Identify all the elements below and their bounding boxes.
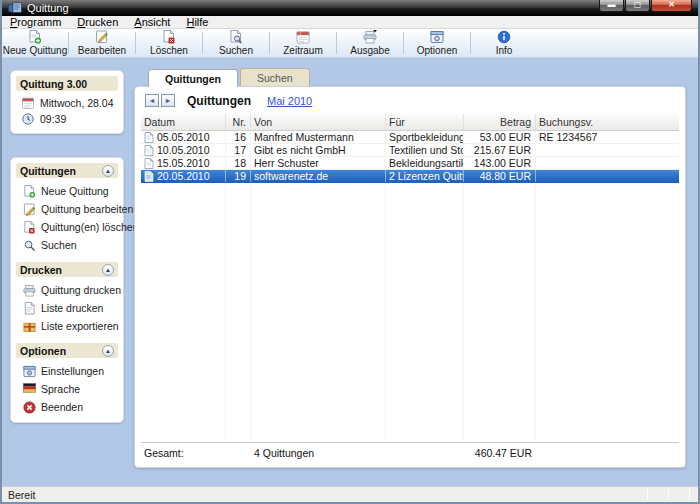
cell-buchungsv (536, 144, 679, 156)
sidebar-nav-card: Quittungen ▲ Neue Quittung Quittung bear… (10, 157, 124, 423)
cell-datum: 10.05.2010 (157, 144, 210, 156)
previous-month-button[interactable]: ◄ (145, 94, 159, 107)
toolbar-button-label: Optionen (417, 45, 458, 56)
date-row: Mittwoch, 28.04 (14, 95, 120, 111)
export-icon (23, 320, 36, 333)
calendar-icon: 1 (296, 30, 310, 44)
document-icon (23, 302, 36, 315)
tab-label: Suchen (257, 72, 293, 84)
sidebar-item-label: Einstellungen (41, 365, 104, 377)
menu-ansicht[interactable]: Ansicht (134, 16, 170, 28)
app-version-label: Quittung 3.00 (20, 78, 114, 90)
sidebar-item-quittung-drucken[interactable]: Quittung drucken (14, 281, 120, 299)
sidebar-item-label: Liste exportieren (41, 320, 119, 332)
cell-von: softwarenetz.de (251, 170, 386, 182)
cell-fuer: Textilien und Stoffe (386, 144, 464, 156)
column-header-buchungsv[interactable]: Buchungsv. (536, 114, 679, 130)
sidebar-item-quittung-loeschen[interactable]: Quittung(en) löschen (14, 218, 120, 236)
calendar-icon (22, 97, 35, 110)
sidebar-item-label: Beenden (41, 401, 83, 413)
sidebar-item-suchen[interactable]: Suchen (14, 236, 120, 254)
sidebar-item-liste-exportieren[interactable]: Liste exportieren (14, 317, 120, 335)
close-button[interactable]: ✕ (651, 0, 692, 12)
collapse-icon[interactable]: ▲ (102, 345, 114, 357)
sidebar-item-sprache[interactable]: Sprache (14, 380, 120, 398)
tab-suchen[interactable]: Suchen (240, 68, 310, 86)
column-header-datum[interactable]: Datum (141, 114, 226, 130)
collapse-icon[interactable]: ▲ (102, 165, 114, 177)
maximize-button[interactable]: ▢ (625, 0, 650, 12)
toolbar-options-button[interactable]: Optionen (404, 29, 470, 57)
new-receipt-icon (23, 185, 36, 198)
cell-nr: 18 (226, 157, 251, 169)
app-icon (8, 2, 22, 14)
edit-icon (23, 203, 36, 216)
toolbar-delete-button[interactable]: Löschen (136, 29, 202, 57)
menu-drucken[interactable]: Drucken (77, 16, 118, 28)
toolbar-edit-button[interactable]: Bearbeiten (69, 29, 135, 57)
time-row: 09:39 (14, 111, 120, 127)
toolbar-button-label: Löschen (150, 45, 188, 56)
toolbar-output-button[interactable]: Ausgabe (337, 29, 403, 57)
cell-buchungsv (536, 170, 679, 182)
table-empty-area (141, 183, 679, 442)
toolbar-search-button[interactable]: Suchen (203, 29, 269, 57)
menu-hilfe[interactable]: Hilfe (186, 16, 208, 28)
group-header-drucken: Drucken ▲ (16, 262, 118, 277)
receipt-icon (144, 158, 154, 169)
edit-icon (95, 30, 109, 44)
menu-programm[interactable]: Programm (10, 16, 61, 28)
cell-buchungsv (536, 157, 679, 169)
sidebar-item-liste-drucken[interactable]: Liste drucken (14, 299, 120, 317)
cell-nr: 19 (226, 170, 251, 182)
cell-betrag: 53.00 EUR (464, 131, 536, 143)
table-row[interactable]: 05.05.2010 16 Manfred Mustermann Sportbe… (141, 131, 679, 144)
receipt-icon (144, 132, 154, 143)
cell-betrag: 215.67 EUR (464, 144, 536, 156)
table-row[interactable]: 10.05.2010 17 Gibt es nicht GmbH Textili… (141, 144, 679, 157)
status-text: Bereit (8, 489, 35, 501)
total-amount: 460.47 EUR (464, 447, 536, 459)
sidebar-item-quittung-bearbeiten[interactable]: Quittung bearbeiten (14, 200, 120, 218)
table-row[interactable]: 15.05.2010 18 Herr Schuster Bekleidungsa… (141, 157, 679, 170)
group-title: Optionen (20, 345, 102, 357)
tab-quittungen[interactable]: Quittungen (148, 69, 238, 87)
sidebar-item-label: Liste drucken (41, 302, 103, 314)
minimize-button[interactable]: ▬ (599, 0, 624, 12)
cell-fuer: Bekleidungsartikel (386, 157, 464, 169)
collapse-icon[interactable]: ▲ (102, 264, 114, 276)
column-header-von[interactable]: Von (251, 114, 386, 130)
cell-datum: 05.05.2010 (157, 131, 210, 143)
toolbar-new-receipt-button[interactable]: Neue Quittung (2, 29, 68, 57)
next-month-button[interactable]: ► (161, 94, 175, 107)
column-header-betrag[interactable]: Betrag (464, 114, 536, 130)
client-area: Quittung 3.00 Mittwoch, 28.04 09:39 (2, 58, 698, 488)
column-header-fuer[interactable]: Für (386, 114, 464, 130)
status-bar: Bereit (2, 486, 698, 502)
toolbar-info-button[interactable]: Info (471, 29, 537, 57)
receipt-count: 4 Quittungen (251, 447, 386, 459)
cell-datum: 15.05.2010 (157, 157, 210, 169)
sidebar-item-neue-quittung[interactable]: Neue Quittung (14, 182, 120, 200)
period-link[interactable]: Mai 2010 (267, 95, 312, 107)
sidebar-item-einstellungen[interactable]: Einstellungen (14, 362, 120, 380)
panel-header: ◄ ► Quittungen Mai 2010 (135, 87, 685, 114)
info-icon (497, 30, 511, 44)
tab-label: Quittungen (165, 73, 221, 85)
main-content: Quittungen Suchen ◄ ► Quittungen Mai 201… (134, 68, 686, 468)
table-row-selected[interactable]: 20.05.2010 19 softwarenetz.de 2 Lizenzen… (141, 170, 679, 183)
sidebar-item-beenden[interactable]: Beenden (14, 398, 120, 416)
menubar: Programm Drucken Ansicht Hilfe (2, 16, 698, 29)
toolbar-button-label: Info (496, 45, 513, 56)
options-icon (430, 30, 444, 44)
toolbar-button-label: Zeitraum (283, 45, 322, 56)
group-header-optionen: Optionen ▲ (16, 343, 118, 358)
column-header-nr[interactable]: Nr. (226, 114, 251, 130)
toolbar-period-button[interactable]: 1 Zeitraum (270, 29, 336, 57)
toolbar: Neue Quittung Bearbeiten Löschen Suchen (2, 29, 698, 58)
cell-betrag: 143.00 EUR (464, 157, 536, 169)
table-header: Datum Nr. Von Für Betrag Buchungsv. (141, 114, 679, 131)
cell-fuer: 2 Lizenzen Quittung (386, 170, 464, 182)
group-header-quittungen: Quittungen ▲ (16, 163, 118, 178)
sidebar-item-label: Sprache (41, 383, 80, 395)
